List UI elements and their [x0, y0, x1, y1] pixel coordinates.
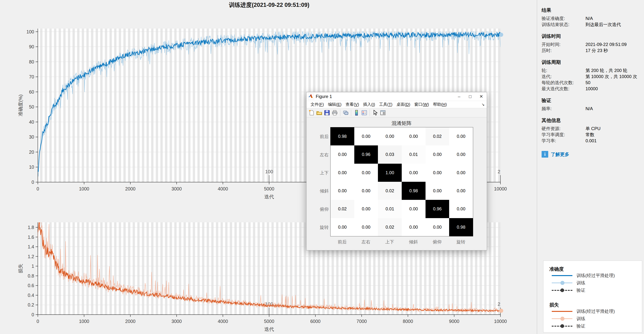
confusion-matrix-title: 混淆矩阵 — [330, 120, 473, 126]
section-heading: 训练时间 — [542, 33, 641, 40]
svg-text:0: 0 — [36, 186, 39, 191]
svg-text:7000: 7000 — [356, 319, 367, 324]
svg-text:50: 50 — [29, 104, 34, 110]
info-value: N/A — [586, 15, 593, 22]
open-folder-icon[interactable] — [316, 109, 323, 116]
figure-window[interactable]: Figure 1 – □ ✕ 文件(F)编辑(E)查看(V)插入(I)工具(T)… — [306, 92, 487, 250]
info-row: 硬件资源:单 CPU — [542, 126, 641, 132]
svg-text:1000: 1000 — [79, 319, 89, 324]
legend-item: 训练 — [552, 280, 585, 286]
minimize-button[interactable]: – — [454, 92, 465, 101]
legend-label: 验证 — [576, 323, 585, 329]
svg-text:100: 100 — [26, 29, 34, 34]
info-row: 迭代:第 10000 次，共 10000 次 — [542, 74, 641, 80]
learn-more-label[interactable]: 了解更多 — [551, 151, 569, 158]
svg-text:1.6: 1.6 — [28, 234, 34, 240]
svg-text:0.2: 0.2 — [28, 302, 34, 308]
dock-figure-icon[interactable]: ↘ — [482, 102, 484, 107]
legend-sample — [552, 281, 572, 285]
matrix-row-label: 倾斜 — [308, 188, 329, 194]
sidebar-section: 训练周期轮:第 200 轮，共 200 轮迭代:第 10000 次，共 1000… — [542, 59, 641, 92]
maximize-button[interactable]: □ — [465, 92, 476, 101]
legend-item: 验证 — [552, 323, 585, 329]
svg-text:迭代: 迭代 — [264, 326, 274, 332]
legend-label: 训练(经过平滑处理) — [576, 308, 615, 314]
info-value: 50 — [586, 80, 590, 86]
matrix-row-label: 俯仰 — [308, 206, 329, 212]
svg-text:0.4: 0.4 — [28, 293, 34, 298]
svg-text:0: 0 — [32, 180, 34, 185]
info-row: 每轮的迭代次数:50 — [542, 80, 641, 86]
matrix-cell: 0.02 — [330, 200, 354, 218]
menu-E[interactable]: 编辑(E) — [328, 102, 342, 107]
svg-text:80: 80 — [29, 59, 34, 64]
menu-D[interactable]: 桌面(D) — [396, 102, 410, 107]
figure-canvas: 混淆矩阵 0.980.000.000.000.020.000.000.960.0… — [306, 117, 487, 250]
matrix-cell: 0.00 — [426, 218, 449, 236]
new-file-icon[interactable] — [308, 109, 315, 116]
section-heading: 结果 — [542, 7, 641, 14]
property-inspector-icon[interactable] — [380, 109, 386, 116]
matrix-cell: 0.03 — [378, 146, 402, 164]
svg-text:2: 2 — [498, 301, 500, 307]
info-label: 开始时间: — [542, 41, 586, 48]
sidebar-section: 结果验证准确度:N/A训练结束状态:到达最后一次迭代 — [542, 7, 641, 28]
svg-text:6000: 6000 — [310, 319, 320, 324]
confusion-matrix: 0.980.000.000.000.020.000.000.960.030.01… — [330, 127, 473, 236]
section-heading: 其他信息 — [542, 117, 641, 124]
print-icon[interactable] — [331, 109, 338, 116]
svg-text:1.8: 1.8 — [28, 225, 34, 230]
figure-titlebar[interactable]: Figure 1 – □ ✕ — [306, 92, 487, 101]
matrix-cell: 0.00 — [330, 182, 354, 200]
matrix-cell: 0.00 — [402, 200, 426, 218]
menu-F[interactable]: 文件(F) — [310, 102, 324, 107]
menu-T[interactable]: 工具(T) — [379, 102, 392, 107]
insert-colorbar-icon[interactable] — [353, 109, 360, 116]
sidebar-section: 验证频率:N/A — [542, 97, 641, 112]
matrix-col-label: 旋转 — [449, 239, 473, 245]
legend-group-heading: 准确度 — [549, 266, 564, 272]
info-value: N/A — [586, 106, 593, 112]
svg-text:1.2: 1.2 — [28, 254, 34, 259]
menu-W[interactable]: 窗口(W) — [414, 102, 429, 107]
info-label: 学习率调度: — [542, 132, 586, 138]
close-button[interactable]: ✕ — [476, 92, 487, 101]
link-plots-icon[interactable] — [342, 109, 349, 116]
legend-item: 训练(经过平滑处理) — [552, 272, 615, 278]
legend-panel: 准确度训练(经过平滑处理)训练验证损失训练(经过平滑处理)训练验证 — [543, 260, 642, 332]
save-icon[interactable] — [324, 109, 330, 116]
toolbar-separator — [340, 110, 340, 116]
insert-legend-icon[interactable] — [361, 109, 368, 116]
svg-text:1.4: 1.4 — [28, 244, 34, 249]
info-label: 频率: — [542, 106, 586, 112]
matrix-col-label: 俯仰 — [425, 239, 449, 245]
matrix-cell: 0.00 — [426, 182, 449, 200]
menu-H[interactable]: 帮助(H) — [433, 102, 447, 107]
matrix-cell: 0.98 — [402, 182, 426, 200]
matrix-cell: 0.98 — [330, 127, 354, 146]
svg-text:1000: 1000 — [79, 186, 89, 191]
legend-label: 训练(经过平滑处理) — [576, 272, 615, 278]
toolbar-separator — [351, 110, 351, 116]
svg-text:2000: 2000 — [125, 186, 136, 191]
page-title: 训练进度(2021-09-22 09:51:09) — [38, 1, 500, 9]
learn-more-link[interactable]: i 了解更多 — [542, 151, 569, 158]
menu-V[interactable]: 查看(V) — [346, 102, 359, 107]
info-row: 轮:第 200 轮，共 200 轮 — [542, 67, 641, 74]
info-label: 验证准确度: — [542, 15, 586, 22]
info-row: 频率:N/A — [542, 106, 641, 112]
matrix-col-label: 前后 — [330, 239, 354, 245]
svg-text:3000: 3000 — [172, 186, 182, 191]
svg-text:0.8: 0.8 — [28, 273, 34, 278]
info-label: 最大迭代次数: — [542, 86, 586, 92]
matrix-cell: 0.98 — [449, 218, 473, 236]
matrix-cell: 0.00 — [449, 200, 473, 218]
figure-title: Figure 1 — [316, 94, 332, 99]
legend-group-heading: 损失 — [549, 302, 559, 308]
info-value: 单 CPU — [586, 126, 600, 132]
legend-label: 训练 — [576, 280, 585, 286]
info-row: 学习率:0.001 — [542, 138, 641, 144]
matrix-cell: 0.00 — [354, 200, 378, 218]
menu-I[interactable]: 插入(I) — [363, 102, 375, 107]
edit-plot-arrow-icon[interactable] — [372, 109, 379, 116]
